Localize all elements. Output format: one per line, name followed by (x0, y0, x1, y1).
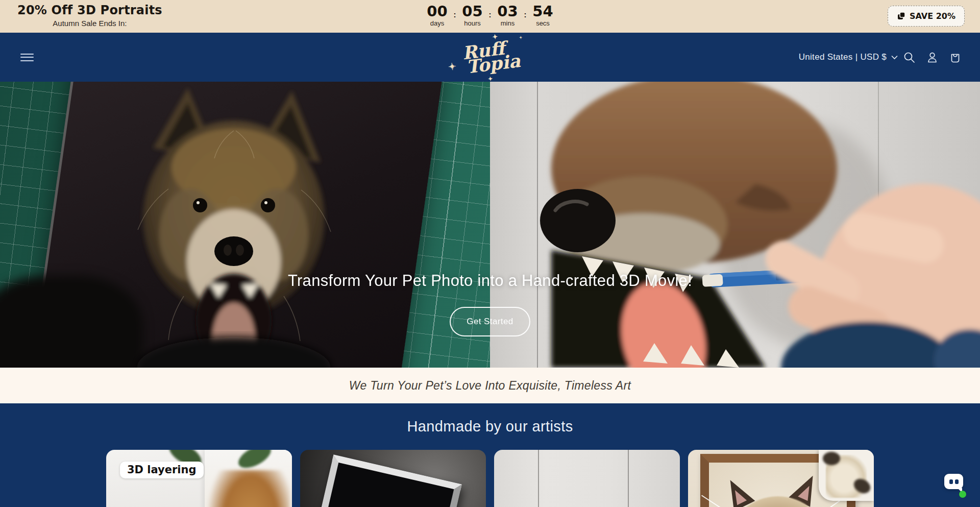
card-cat-portrait[interactable] (688, 450, 874, 507)
card-framed-portrait[interactable] (300, 450, 486, 507)
hero-section: Transform Your Pet Photo into a Hand-cra… (0, 82, 980, 368)
chat-bubble-icon (944, 474, 963, 489)
countdown-mins: 03 mins (494, 4, 522, 27)
countdown-separator: : (454, 10, 456, 19)
hero-heading: Transform Your Pet Photo into a Hand-cra… (0, 272, 980, 290)
sparkle-icon: ✦ (492, 34, 498, 40)
save-20-button[interactable]: SAVE 20% (888, 6, 965, 27)
chevron-down-icon (891, 55, 898, 60)
countdown-secs: 54 secs (529, 4, 557, 27)
cart-bag-icon (949, 52, 961, 63)
cart-button[interactable] (944, 46, 967, 69)
countdown-separator: : (524, 10, 527, 19)
sparkle-icon: ✦ (519, 36, 523, 39)
golden-dog-art (208, 470, 290, 507)
card-3d-layering[interactable]: 3D layering (106, 450, 292, 507)
account-icon (926, 52, 938, 63)
countdown-hours-label: hours (464, 19, 481, 27)
search-button[interactable] (898, 46, 921, 69)
get-started-button[interactable]: Get Started (450, 307, 530, 336)
search-icon (903, 52, 915, 63)
announcement-title: 20% Off 3D Portraits (17, 3, 162, 17)
countdown-hours: 05 hours (458, 4, 487, 27)
countdown-secs-label: secs (536, 19, 550, 27)
countdown-mins-value: 03 (497, 4, 518, 19)
logo[interactable]: ✦ ✦ ✦ ✦ Ruff Topia (459, 39, 521, 75)
countdown-days: 00 days (423, 4, 452, 27)
sparkle-icon: ✦ (448, 62, 457, 71)
tagline-text: We Turn Your Pet’s Love Into Exquisite, … (349, 379, 631, 393)
announcement-bar: 20% Off 3D Portraits Autumn Sale Ends In… (0, 0, 980, 33)
reference-cat-photo-inset (819, 450, 874, 501)
silver-frame (300, 454, 462, 507)
announcement-subtitle: Autumn Sale Ends In: (17, 19, 162, 28)
menu-button[interactable] (20, 51, 34, 63)
header-actions: United States | USD $ (799, 33, 967, 82)
countdown-mins-label: mins (501, 19, 514, 27)
artists-section: Handmade by our artists 3D layering (0, 403, 980, 507)
artist-cards-row: 3D layering (0, 450, 980, 507)
country-currency-label: United States | USD $ (799, 52, 887, 62)
tagline-strip: We Turn Your Pet’s Love Into Exquisite, … (0, 368, 980, 403)
account-button[interactable] (921, 46, 944, 69)
chat-widget-button[interactable] (944, 474, 969, 500)
countdown-hours-value: 05 (462, 4, 482, 19)
announcement-text-block: 20% Off 3D Portraits Autumn Sale Ends In… (17, 3, 162, 28)
card-canvas-painting[interactable] (494, 450, 680, 507)
online-status-dot (959, 491, 966, 498)
countdown-days-label: days (430, 19, 444, 27)
tag-copy-icon (897, 12, 905, 20)
hamburger-icon (20, 54, 34, 55)
save-button-label: SAVE 20% (910, 11, 955, 21)
countdown-days-value: 00 (427, 4, 447, 19)
card-badge-3d-layering: 3D layering (120, 462, 204, 478)
countdown-timer: 00 days : 05 hours : 03 mins : 54 secs (423, 4, 557, 27)
hero-overlay: Transform Your Pet Photo into a Hand-cra… (0, 82, 980, 368)
country-currency-selector[interactable]: United States | USD $ (799, 52, 898, 62)
logo-text-line2: Topia (465, 54, 521, 75)
countdown-separator: : (489, 10, 492, 19)
countdown-secs-value: 54 (532, 4, 553, 19)
site-header: ✦ ✦ ✦ ✦ Ruff Topia United States | USD $ (0, 33, 980, 82)
artists-heading: Handmade by our artists (0, 403, 980, 435)
